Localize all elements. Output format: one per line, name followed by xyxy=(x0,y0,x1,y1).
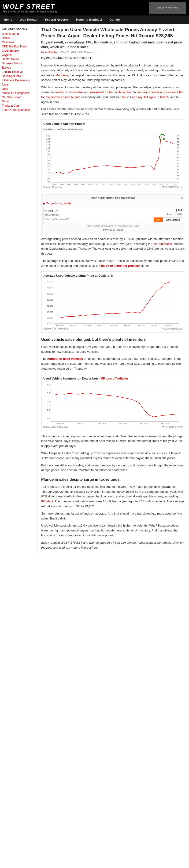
svg-text:2022: 2022 xyxy=(173,183,177,185)
sidebar-item-oil[interactable]: Oil, Gas, Power xyxy=(2,95,35,99)
chart-listing-price: Average Used Vehicle Listing Price at De… xyxy=(41,271,185,333)
link-feb[interactable]: fell in February xyxy=(122,95,142,99)
svg-text:2009: 2009 xyxy=(81,183,85,185)
svg-text:230: 230 xyxy=(46,138,50,140)
cox-auto-link[interactable]: Cox Automotive xyxy=(151,242,173,246)
nav-home[interactable]: Home xyxy=(0,16,16,24)
svg-text:2.0: 2.0 xyxy=(47,409,50,411)
article-para-7: The number of used vehicles on dealer lo… xyxy=(41,356,185,371)
ad-view-details-button[interactable]: View Details xyxy=(164,217,182,222)
svg-text:Jan 2019: Jan 2019 xyxy=(124,324,131,326)
ad-fund-name: DIAMOND HILL xyxy=(44,214,72,217)
svg-text:190: 190 xyxy=(177,150,179,152)
chart-inventory: Used Vehicle Inventory on Dealer Lots: M… xyxy=(41,374,185,431)
link-march[interactable]: fell again in March xyxy=(144,95,168,99)
sidebar-item-trade[interactable]: Trade & Transportation xyxy=(2,108,35,112)
svg-text:120: 120 xyxy=(46,172,50,174)
ad-ticker: DHIEX xyxy=(44,209,53,214)
svg-text:190: 190 xyxy=(46,150,50,152)
svg-text:150: 150 xyxy=(177,162,179,165)
svg-text:2011: 2011 xyxy=(95,183,100,185)
article-para-13: Used vehicle sales plunged 19% year-over… xyxy=(41,523,185,538)
chart1-source: Source: Manheim WOLFSTREET.com xyxy=(43,186,183,189)
svg-text:2012: 2012 xyxy=(102,183,107,185)
svg-text:2017: 2017 xyxy=(138,183,142,185)
highlight-used-vehicles: number of used vehicles xyxy=(47,357,83,361)
chart1-svg: 240 230 220 210 200 190 180 170 160 150 … xyxy=(43,133,179,185)
svg-text:Jan 2014: Jan 2014 xyxy=(56,324,64,326)
ad-ticker-sub: MT xyxy=(54,210,58,214)
svg-text:2015: 2015 xyxy=(123,183,128,185)
article-para-5: The average listing price of $28,365 was… xyxy=(41,258,185,269)
svg-text:100: 100 xyxy=(46,178,50,180)
sidebar-item-trucks[interactable]: Trucks & Cars xyxy=(2,103,35,108)
svg-text:Jan 2018: Jan 2018 xyxy=(110,324,118,326)
svg-text:Jan 2017: Jan 2017 xyxy=(97,324,105,326)
section-heading-tax-refunds: Plunge in sales despite surge in tax ref… xyxy=(41,476,185,483)
author-link[interactable]: by Wolf Richter xyxy=(41,51,59,54)
chart3-source: Source: Cox Automotive WOLFSTREET.com xyxy=(43,425,183,429)
link-weaken-dec[interactable]: weakened further in December xyxy=(90,90,131,94)
sidebar-item-cryptos[interactable]: Cryptos xyxy=(2,53,35,57)
svg-text:180: 180 xyxy=(46,153,50,155)
svg-text:17,000: 17,000 xyxy=(47,317,53,319)
article-meta: by Wolf Richter • May 21, 2022 • 135 Com… xyxy=(41,51,185,54)
nav-federal-reserve[interactable]: Federal Reserve xyxy=(41,16,72,24)
ad-fund-item: DHIEX MT DIAMOND HILL Short Dur Securiti… xyxy=(43,207,183,223)
manheim-link[interactable]: Manheim xyxy=(55,73,68,77)
sidebar-item-california[interactable]: California xyxy=(2,40,35,44)
article-para-2: Which is quite a plot twist for the stor… xyxy=(41,85,185,104)
content-wrapper: IMPLODED STOCKS Brick & Mortar Banks Cal… xyxy=(0,24,189,555)
advertisement-box: DISCOVER FUNDS FOR INVESTING ✕ ▶ Top per… xyxy=(41,194,185,234)
sidebar-item-japan[interactable]: Japan xyxy=(2,83,35,87)
sidebar-item-retail[interactable]: Retail xyxy=(2,99,35,103)
ad-fund-info: DHIEX MT DIAMOND HILL Short Dur Securiti… xyxy=(44,209,72,221)
sidebar-item-federal-reserve[interactable]: Federal Reserve xyxy=(2,70,35,74)
svg-text:210: 210 xyxy=(46,144,50,146)
nav-wolf-richter[interactable]: Wolf Richter xyxy=(16,16,41,24)
sidebar-item-cbe[interactable]: CBE: the Epic Mess xyxy=(2,44,35,49)
sidebar-item-inflation[interactable]: Inflation & Devaluation xyxy=(2,78,35,83)
nav-donate[interactable]: Donate xyxy=(106,16,123,24)
article-para-4: Average listing prices of used vehicles … xyxy=(41,237,185,256)
sidebar-item-banks[interactable]: Banks xyxy=(2,36,35,40)
svg-text:180: 180 xyxy=(177,153,179,155)
sidebar-item-drunken-sailors[interactable]: Drunken Sailors xyxy=(2,61,35,65)
sidebar-item-housing-bubble[interactable]: Housing Bubble 2 xyxy=(2,74,35,78)
chart3-area: 3.5 3.0 2.5 2.0 1.5 xyxy=(43,382,183,424)
ad-arrow-icon: ▶ xyxy=(43,202,45,206)
ad-buy-button[interactable]: BUY xyxy=(154,217,163,222)
svg-text:25,000: 25,000 xyxy=(47,292,53,295)
link-weaken-nov[interactable]: weaken in November xyxy=(55,90,83,94)
sidebar-item-markets[interactable]: Markets & Companies xyxy=(2,91,35,95)
ad-title: DISCOVER FUNDS FOR INVESTING xyxy=(43,196,183,200)
article-para-9: What keeps unit sales from perking up fr… xyxy=(41,451,185,461)
svg-text:23,000: 23,000 xyxy=(47,299,53,301)
sidebar-item-europe[interactable]: Europe xyxy=(2,65,35,70)
svg-text:240: 240 xyxy=(177,134,179,137)
svg-text:170: 170 xyxy=(46,156,50,158)
svg-text:140: 140 xyxy=(46,165,50,168)
sidebar-item-brick-mortar[interactable]: Brick & Mortar xyxy=(2,32,35,36)
sidebar-item-credit-bubble[interactable]: Credit Bubble xyxy=(2,49,35,53)
svg-text:160: 160 xyxy=(177,159,179,162)
nav-housing-bubble[interactable]: Housing Bubble 2 xyxy=(72,16,106,24)
svg-text:3.5: 3.5 xyxy=(47,383,50,386)
ad-close-button[interactable]: ✕ xyxy=(181,195,184,200)
site-header: WOLF STREET The Stories behind Business,… xyxy=(0,0,189,16)
svg-text:Oct 2017: Oct 2017 xyxy=(77,422,85,424)
article-comments: • 135 Comments xyxy=(77,51,97,54)
svg-text:Oct 2018: Oct 2018 xyxy=(98,422,106,424)
irs-data-link[interactable]: IRS data xyxy=(41,499,53,503)
svg-text:Oct 2021: Oct 2021 xyxy=(161,422,169,424)
chart1-source-left: Source: Manheim xyxy=(43,186,62,189)
sidebar-item-debtor-nation[interactable]: Debtor Nation xyxy=(2,57,35,61)
sidebar: IMPLODED STOCKS Brick & Mortar Banks Cal… xyxy=(0,24,37,555)
sidebar-item-jobs[interactable]: Jobs xyxy=(2,87,35,91)
chart2-area: 29,000 27,000 25,000 23,000 21,000 19,00… xyxy=(43,279,183,326)
svg-text:140: 140 xyxy=(177,165,179,168)
svg-text:2006: 2006 xyxy=(60,183,65,185)
article-para-11: Tax refunds are crucial for the car busi… xyxy=(41,485,185,509)
svg-text:2014: 2014 xyxy=(116,183,121,185)
svg-text:Oct 2019: Oct 2019 xyxy=(119,422,127,424)
